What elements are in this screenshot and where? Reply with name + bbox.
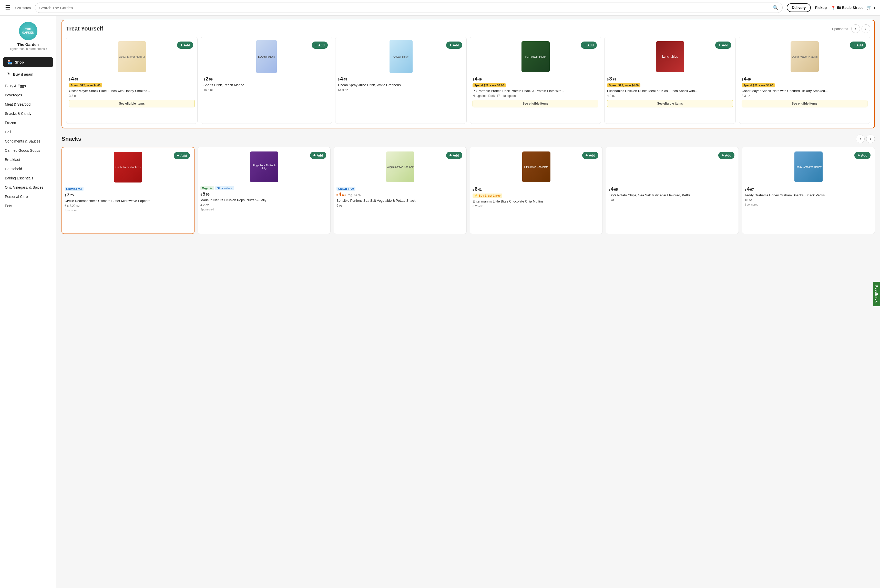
sponsored-label: Sponsored [200, 208, 328, 211]
product-card: P3 Protein Plate + Add $ 4 49 Spend $22,… [470, 37, 601, 124]
header: ☰ < All stores 🔍 Delivery Pickup 📍 50 Be… [0, 0, 880, 16]
add-button[interactable]: + Add [718, 152, 735, 159]
product-price: $ 7 75 [64, 192, 192, 198]
sidebar-item-condiments[interactable]: Condiments & Sauces [0, 136, 56, 146]
add-button[interactable]: + Add [312, 42, 328, 49]
product-size: 8 oz [609, 198, 736, 202]
prev-arrow-snacks[interactable]: ‹ [856, 135, 865, 143]
add-button[interactable]: + Add [581, 42, 597, 49]
product-image: Oscar Mayer Natural [790, 41, 819, 72]
product-name: Teddy Grahams Honey Graham Snacks, Snack… [745, 193, 872, 198]
pickup-button[interactable]: Pickup [815, 6, 827, 10]
location-label: 50 Beale Street [837, 6, 863, 10]
promo-badge: ⚡ Buy 1, get 1 free [472, 194, 502, 198]
product-price: $ 5 65 [200, 191, 328, 197]
product-size: 5 oz [336, 204, 464, 207]
product-image: BODYARMOR [256, 40, 277, 73]
store-name: The Garden [17, 42, 39, 46]
hamburger-icon[interactable]: ☰ [5, 4, 10, 11]
sidebar-item-deli[interactable]: Deli [0, 128, 56, 136]
plus-icon: + [313, 153, 315, 158]
feedback-tab[interactable]: Feedback [873, 282, 880, 306]
eligible-button[interactable]: See eligible items [472, 100, 598, 107]
search-bar[interactable]: 🔍 [35, 3, 783, 13]
location-selector[interactable]: 📍 50 Beale Street [831, 5, 863, 10]
sidebar-item-pets[interactable]: Pets [0, 201, 56, 210]
product-card: Oscar Mayer Natural + Add $ 4 49 Spend $… [739, 37, 870, 124]
plus-icon: + [449, 153, 451, 158]
search-input[interactable] [39, 6, 773, 10]
product-size: 3.3 oz [742, 94, 868, 98]
product-image: Ocean Spray [390, 40, 412, 73]
sidebar-item-canned-goods[interactable]: Canned Goods Soups [0, 146, 56, 155]
add-button[interactable]: + Add [715, 42, 732, 49]
sidebar-item-personal-care[interactable]: Personal Care [0, 192, 56, 201]
product-size: 16 fl oz [204, 88, 329, 92]
product-price: $ 4 49 [338, 76, 464, 82]
product-image-area: P3 Protein Plate + Add [472, 40, 598, 73]
add-button[interactable]: + Add [174, 152, 190, 159]
product-name: Sports Drink, Peach Mango [204, 83, 329, 87]
product-size: 10 oz [745, 198, 872, 202]
product-price: $ 6 41 [472, 186, 600, 192]
sidebar-item-meat-seafood[interactable]: Meat & Seafood [0, 100, 56, 109]
buy-again-label: Buy it again [13, 72, 33, 76]
promo-badge: Spend $22, save $4.00 [472, 83, 506, 87]
sidebar-item-beverages[interactable]: Beverages [0, 90, 56, 100]
product-price: $ 3 79 [607, 76, 733, 82]
plus-icon: + [315, 43, 317, 47]
product-name: Oscar Mayer Snack Plate Lunch with Honey… [69, 88, 195, 93]
add-button[interactable]: + Add [850, 42, 866, 49]
sponsored-label: Sponsored [64, 208, 192, 212]
eligible-button[interactable]: See eligible items [607, 100, 733, 107]
sponsored-label: Sponsored [745, 203, 872, 206]
plus-icon: + [584, 43, 586, 47]
prev-arrow-treat[interactable]: ‹ [851, 24, 860, 33]
product-name: Ocean Spray Juice Drink, White Cranberry [338, 83, 464, 87]
add-button[interactable]: + Add [446, 42, 462, 49]
shop-button[interactable]: 🏪 Shop [3, 57, 53, 67]
product-card: Lay's Kettle Cooked + Add $ 4 65 Lay's P… [606, 147, 739, 234]
eligible-button[interactable]: See eligible items [742, 100, 868, 107]
eligible-button[interactable]: See eligible items [69, 100, 195, 107]
product-name: P3 Portable Protein Pack Protein Snack &… [472, 88, 598, 93]
next-arrow-snacks[interactable]: › [866, 135, 875, 143]
product-card: Veggie Straws Sea Salt + Add Gluten-Free… [334, 147, 467, 234]
add-button[interactable]: + Add [855, 152, 871, 159]
store-pricing-note[interactable]: Higher than in-store prices > [9, 47, 47, 51]
delivery-button[interactable]: Delivery [787, 3, 811, 12]
product-image-area: Ocean Spray + Add [338, 40, 464, 73]
product-price: $ 4 49 [742, 76, 868, 82]
product-card: BODYARMOR + Add $ 2 69 Sports Drink, Pea… [201, 37, 332, 124]
plus-icon: + [449, 43, 451, 47]
product-image: Veggie Straws Sea Salt [386, 152, 414, 182]
sidebar-item-breakfast[interactable]: Breakfast [0, 155, 56, 164]
product-size: 8.25 oz [472, 204, 600, 208]
product-name: Oscar Mayer Snack Plate with Uncured Hic… [742, 88, 868, 93]
snacks-section: Snacks ‹ › Orville Redenbacher's + Add G… [61, 135, 875, 234]
product-card: Oscar Mayer Natural + Add $ 4 49 Spend $… [66, 37, 198, 124]
product-card: Lunchables + Add $ 3 79 Spend $22, save … [604, 37, 736, 124]
add-button[interactable]: + Add [177, 42, 193, 49]
product-name: Sensible Portions Sea Salt Vegetable & P… [336, 198, 464, 203]
product-image-area: Lunchables + Add [607, 40, 733, 73]
product-name: Made In Nature Fruision Pops, Nutter & J… [200, 198, 328, 202]
cart-button[interactable]: 🛒 0 [867, 5, 875, 10]
sidebar-item-dairy-eggs[interactable]: Dairy & Eggs [0, 81, 56, 90]
product-image-area: Oscar Mayer Natural + Add [69, 40, 195, 73]
add-button[interactable]: + Add [582, 152, 598, 159]
product-size: 3.3 oz [69, 94, 195, 98]
treat-yourself-title: Treat Yourself [66, 26, 103, 32]
product-image: Oscar Mayer Natural [118, 41, 146, 72]
next-arrow-treat[interactable]: › [862, 24, 870, 33]
buy-again-button[interactable]: ↻ Buy it again [3, 69, 53, 79]
all-stores-link[interactable]: < All stores [14, 6, 31, 10]
sidebar-item-baking[interactable]: Baking Essentials [0, 174, 56, 183]
sidebar-item-snacks-candy[interactable]: Snacks & Candy [0, 109, 56, 118]
add-button[interactable]: + Add [446, 152, 462, 159]
sidebar-item-oils[interactable]: Oils, Vinegars, & Spices [0, 183, 56, 192]
regular-price: reg. $4.97 [348, 193, 361, 197]
sidebar-item-frozen[interactable]: Frozen [0, 118, 56, 128]
sidebar-item-household[interactable]: Household [0, 164, 56, 174]
add-button[interactable]: + Add [310, 152, 326, 159]
